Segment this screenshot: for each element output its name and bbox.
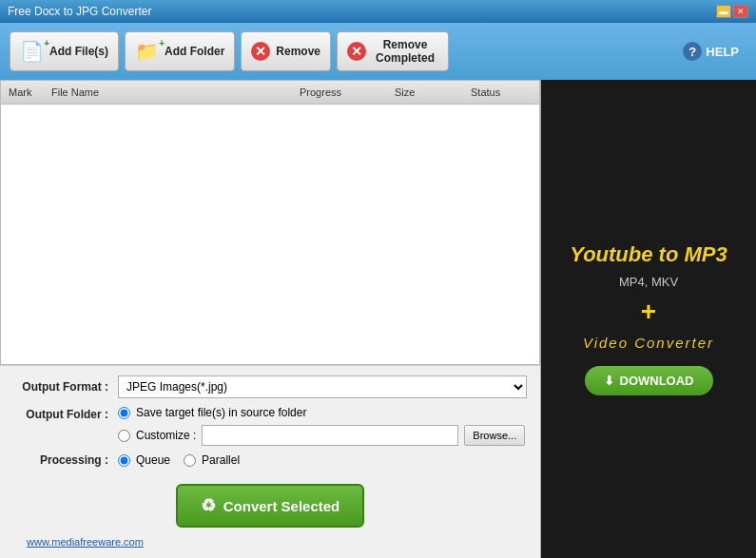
left-panel: Mark File Name Progress Size Status Outp…	[0, 80, 541, 558]
footer-link[interactable]: www.mediafreeware.com	[13, 532, 157, 551]
col-size-header: Size	[387, 85, 463, 100]
title-bar-buttons: ▬ ✕	[716, 5, 748, 18]
remove-completed-button[interactable]: ✕ Remove Completed	[337, 31, 449, 71]
help-label: HELP	[706, 45, 739, 59]
file-icon: 📄	[20, 41, 44, 62]
toolbar: 📄 + Add File(s) 📁 + Add Folder ✕ Remove …	[0, 23, 756, 80]
plus-icon: +	[44, 38, 49, 48]
convert-label: Convert Selected	[223, 498, 340, 514]
save-source-label: Save target file(s) in source folder	[136, 406, 306, 419]
parallel-label: Parallel	[202, 453, 240, 467]
col-filename-header: File Name	[44, 85, 292, 100]
help-icon: ?	[683, 42, 702, 61]
add-files-label: Add File(s)	[49, 45, 108, 58]
remove-icon: ✕	[251, 42, 270, 61]
col-mark-header: Mark	[1, 85, 44, 100]
output-folder-label: Output Folder :	[13, 406, 118, 421]
table-body	[1, 105, 539, 364]
close-button[interactable]: ✕	[733, 5, 748, 18]
add-folder-button[interactable]: 📁 + Add Folder	[125, 31, 235, 71]
processing-content: Queue Parallel	[118, 453, 240, 467]
help-button[interactable]: ? HELP	[675, 38, 746, 65]
save-source-radio[interactable]	[118, 407, 130, 419]
convert-button[interactable]: ♻ Convert Selected	[176, 484, 365, 528]
download-label: DOWNLOAD	[620, 374, 694, 388]
output-format-content: JPEG Images(*.jpg)	[118, 375, 527, 398]
table-header: Mark File Name Progress Size Status	[1, 81, 539, 105]
convert-row: ♻ Convert Selected	[13, 474, 527, 535]
save-source-option: Save target file(s) in source folder	[118, 406, 306, 419]
folder-icon: 📁	[135, 41, 159, 62]
remove-label: Remove	[276, 45, 320, 58]
customize-label: Customize :	[136, 429, 196, 442]
ad-download-button[interactable]: ⬇ DOWNLOAD	[585, 366, 713, 395]
convert-icon: ♻	[201, 495, 216, 516]
remove-completed-label: Remove Completed	[372, 38, 438, 66]
parallel-option: Parallel	[184, 453, 240, 467]
queue-radio[interactable]	[118, 454, 130, 467]
output-format-label: Output Format :	[13, 380, 118, 394]
col-progress-header: Progress	[292, 85, 387, 100]
queue-label: Queue	[136, 453, 170, 467]
title-bar: Free Docx to JPG Converter ▬ ✕	[0, 0, 756, 23]
remove-completed-icon: ✕	[347, 42, 366, 61]
bottom-panel: Output Format : JPEG Images(*.jpg) Outpu…	[0, 365, 540, 558]
file-table: Mark File Name Progress Size Status	[0, 80, 540, 365]
output-folder-content: Save target file(s) in source folder Cus…	[118, 406, 527, 446]
customize-row: Customize : Browse...	[118, 425, 525, 446]
col-status-header: Status	[463, 85, 539, 100]
add-folder-label: Add Folder	[165, 45, 224, 58]
customize-radio[interactable]	[118, 430, 130, 442]
footer: www.mediafreeware.com	[13, 535, 527, 548]
right-panel: Youtube to MP3 MP4, MKV + Video Converte…	[541, 80, 756, 558]
parallel-radio[interactable]	[184, 454, 196, 467]
browse-button[interactable]: Browse...	[464, 425, 525, 446]
output-format-row: Output Format : JPEG Images(*.jpg)	[13, 375, 527, 398]
ad-title: Youtube to MP3	[570, 242, 727, 267]
remove-button[interactable]: ✕ Remove	[241, 31, 331, 71]
output-folder-row: Output Folder : Save target file(s) in s…	[13, 406, 527, 446]
app-title: Free Docx to JPG Converter	[8, 5, 151, 18]
main-area: Mark File Name Progress Size Status Outp…	[0, 80, 756, 558]
ad-video-converter: Video Converter	[583, 335, 714, 351]
processing-row: Processing : Queue Parallel	[13, 453, 527, 467]
ad-plus: +	[641, 297, 656, 327]
plus-folder-icon: +	[159, 38, 165, 48]
customize-path-input[interactable]	[202, 425, 458, 446]
minimize-button[interactable]: ▬	[716, 5, 731, 18]
add-files-button[interactable]: 📄 + Add File(s)	[10, 31, 119, 71]
output-format-select[interactable]: JPEG Images(*.jpg)	[118, 375, 527, 398]
download-icon: ⬇	[604, 374, 614, 388]
ad-subtitle: MP4, MKV	[619, 275, 678, 289]
queue-option: Queue	[118, 453, 170, 467]
processing-label: Processing :	[13, 453, 118, 467]
